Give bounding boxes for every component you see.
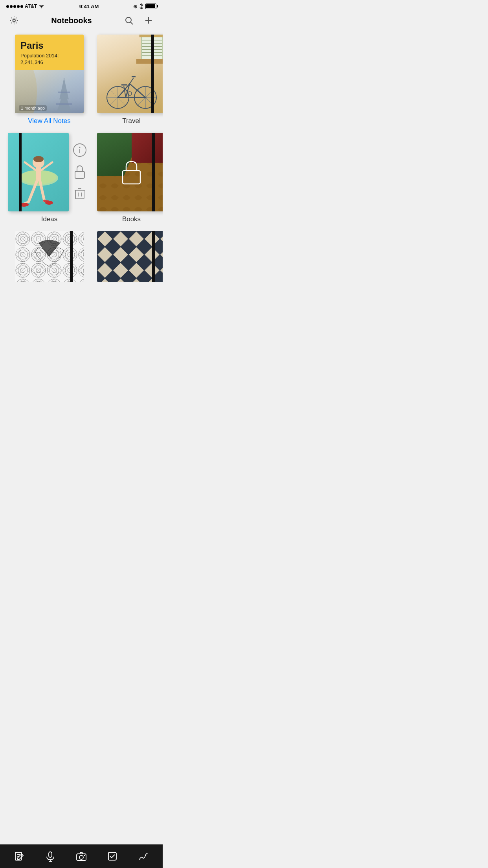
books-bg [97,133,163,211]
ideas-band [19,133,22,211]
ideas-actions [69,143,91,201]
travel-label: Travel [122,117,141,125]
status-time: 9:41 AM [79,4,99,9]
info-button[interactable] [73,143,87,157]
delete-button[interactable] [74,187,85,201]
ideas-bg [8,133,69,211]
battery-icon [145,4,156,9]
signal-dot-3 [13,5,16,8]
mandala-icon [15,231,84,282]
paris-timestamp: 1 month ago [19,105,47,111]
svg-point-0 [41,7,42,8]
svg-line-4 [131,22,133,25]
paris-top: Paris Population 2014:2,241,346 [15,35,84,70]
wifi-icon [39,4,45,9]
nav-icons [123,14,155,27]
notebook-item-books[interactable]: Books [97,133,163,223]
svg-point-34 [45,201,53,205]
signal-dots [6,5,23,8]
svg-rect-8 [56,103,72,105]
ballerina-icon [17,143,60,211]
travel-band [151,35,154,113]
lock-button[interactable] [74,165,86,179]
notebook-item-6[interactable] [97,231,163,282]
notebook-item-travel[interactable]: Travel [97,35,163,125]
books-lock-overlay [97,133,163,211]
all-notes-label[interactable]: View All Notes [28,117,70,125]
notebook6-band [152,231,155,282]
paris-subtitle: Population 2014:2,241,346 [20,53,78,66]
notebook-item-5[interactable] [8,231,91,282]
travel-cover[interactable] [97,35,163,113]
notebook6-cover[interactable] [97,231,163,282]
notebook5-band [70,231,73,282]
nav-bar: Notebooks [0,11,163,31]
svg-point-36 [33,156,44,162]
books-cover[interactable] [97,133,163,211]
svg-line-23 [124,86,126,97]
search-button[interactable] [123,14,135,27]
carrier-text: AT&T [25,4,37,9]
svg-point-3 [126,17,131,23]
svg-rect-42 [75,171,84,178]
signal-dot-5 [20,5,23,8]
bluetooth-icon [139,3,143,9]
notebook-item-ideas[interactable]: Ideas [8,133,91,223]
status-left: AT&T [6,4,45,9]
ideas-row [8,133,91,211]
lock-rotation-icon: ⊕ [133,4,138,9]
svg-rect-7 [58,92,70,93]
all-notes-cover[interactable]: Paris Population 2014:2,241,346 [15,35,84,113]
paris-title: Paris [20,41,78,50]
battery-fill [146,4,155,8]
svg-rect-43 [75,190,84,199]
signal-dot-2 [10,5,13,8]
svg-line-21 [130,78,134,84]
ideas-label: Ideas [41,215,58,223]
svg-rect-28 [36,166,41,180]
eiffel-tower-icon [52,78,76,113]
signal-dot-4 [17,5,20,8]
ideas-cover[interactable] [8,133,69,211]
signal-dot-1 [6,5,9,8]
books-label: Books [122,215,141,223]
settings-button[interactable] [8,14,20,27]
notebooks-grid: Paris Population 2014:2,241,346 [8,35,155,282]
content: Paris Population 2014:2,241,346 [0,31,163,314]
svg-rect-49 [123,171,140,184]
notebook5-cover[interactable] [15,231,84,282]
paris-image: 1 month ago [15,70,84,113]
status-right: ⊕ [133,3,156,9]
status-bar: AT&T 9:41 AM ⊕ [0,0,163,11]
svg-point-41 [79,147,81,148]
svg-point-1 [13,19,15,22]
page-title: Notebooks [51,16,92,25]
add-button[interactable] [142,14,155,27]
notebook-item-all-notes[interactable]: Paris Population 2014:2,241,346 [8,35,91,125]
svg-rect-53 [15,231,84,282]
